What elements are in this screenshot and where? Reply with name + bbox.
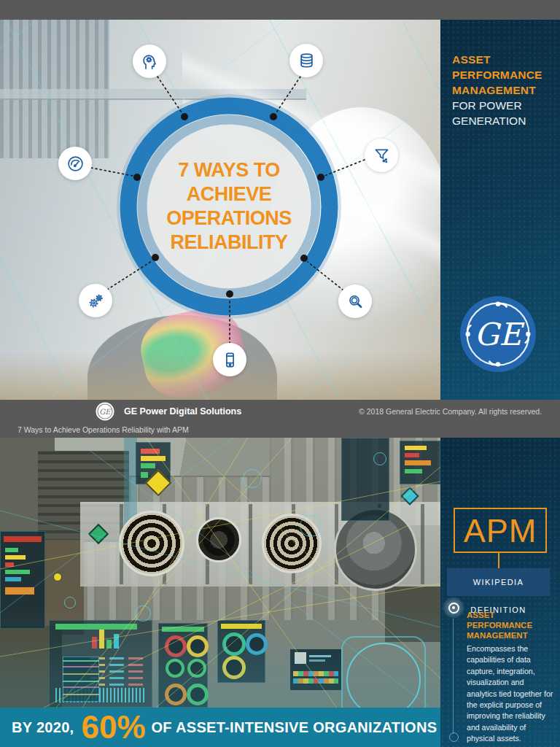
icon-bubble-mind	[133, 44, 166, 78]
funnel-icon	[372, 146, 392, 166]
apm-label: APM	[464, 514, 537, 547]
brand-text: GE Power Digital Solutions	[124, 406, 241, 417]
term-line: ASSET	[467, 610, 532, 620]
sidebar-title-line: GENERATION	[452, 113, 542, 128]
icon-bubble-gauge	[58, 147, 92, 180]
statistic-bar: BY 2020, 60% OF ASSET-INTENSIVE ORGANIZA…	[0, 708, 440, 747]
diagram-title-line: 7 WAYS TO	[178, 158, 280, 182]
gauge-icon	[66, 154, 85, 174]
magnifier-icon	[346, 292, 365, 311]
diagram-title-line: ACHIEVE	[187, 182, 272, 206]
cyan-wash-decor	[0, 438, 440, 747]
page2-plant-photo: BY 2020, 60% OF ASSET-INTENSIVE ORGANIZA…	[0, 438, 440, 747]
term-line: PERFORMANCE	[467, 620, 532, 630]
copyright-text: © 2018 General Electric Company. All rig…	[359, 407, 542, 416]
page-1: 7 WAYS TO ACHIEVE OPERATIONS RELIABILITY	[0, 20, 560, 400]
timeline-end-circle	[449, 732, 459, 742]
definition-term: ASSET PERFORMANCE MANAGEMENT	[467, 610, 532, 640]
diagram-title-line: RELIABILITY	[171, 231, 288, 255]
sidebar-title-line: FOR POWER	[452, 98, 542, 113]
icon-bubble-mobile	[213, 343, 246, 376]
ge-logo-small: GE	[96, 402, 114, 421]
definition-text: Encompasses the capabilities of data cap…	[467, 643, 556, 745]
bullet-dot	[452, 606, 455, 609]
sidebar-title-line: PERFORMANCE	[452, 67, 542, 82]
term-line: MANAGEMENT	[467, 630, 532, 640]
apm-acronym-box: APM	[454, 508, 547, 553]
pdf-viewer-background: 7 WAYS TO ACHIEVE OPERATIONS RELIABILITY	[0, 0, 560, 747]
diagram-title-line: OPERATIONS	[166, 206, 292, 231]
ge-monogram-small: GE	[99, 408, 112, 416]
gears-icon	[86, 291, 106, 311]
diagram-title: 7 WAYS TO ACHIEVE OPERATIONS RELIABILITY	[127, 148, 331, 265]
connector-line	[498, 551, 499, 568]
page1-sidebar: ASSET PERFORMANCE MANAGEMENT FOR POWER G…	[440, 20, 560, 400]
mobile-device-icon	[220, 350, 240, 370]
page-divider-band: GE GE Power Digital Solutions © 2018 Gen…	[0, 400, 560, 438]
ge-logo: GE	[459, 295, 537, 373]
icon-bubble-funnel	[365, 139, 398, 172]
sidebar-title-line: MANAGEMENT	[452, 82, 542, 98]
target-bullet-icon	[443, 597, 464, 619]
sidebar-title-line: ASSET	[452, 52, 542, 67]
icon-bubble-database	[289, 44, 323, 77]
database-icon	[297, 51, 316, 71]
timeline-line	[453, 619, 454, 734]
mind-gear-icon	[140, 52, 160, 71]
wikipedia-definition-button: WIKIPEDIA DEFINITION	[447, 568, 550, 596]
document-title: 7 Ways to Achieve Operations Reliability…	[18, 425, 189, 434]
stat-suffix: OF ASSET-INTENSIVE ORGANIZATIONS	[152, 719, 438, 736]
page-2: BY 2020, 60% OF ASSET-INTENSIVE ORGANIZA…	[0, 438, 560, 747]
page1-sidebar-title: ASSET PERFORMANCE MANAGEMENT FOR POWER G…	[452, 52, 542, 128]
icon-bubble-gears	[79, 284, 112, 317]
icon-bubble-magnifier	[338, 285, 372, 318]
page2-sidebar: APM WIKIPEDIA DEFINITION ASSET PERFORMAN…	[440, 438, 560, 747]
stat-prefix: BY 2020,	[12, 719, 74, 736]
stat-value: 60%	[81, 711, 145, 743]
ge-monogram: GE	[475, 317, 525, 352]
bullet-ring	[448, 603, 459, 614]
page1-hero-photo: 7 WAYS TO ACHIEVE OPERATIONS RELIABILITY	[0, 20, 440, 400]
